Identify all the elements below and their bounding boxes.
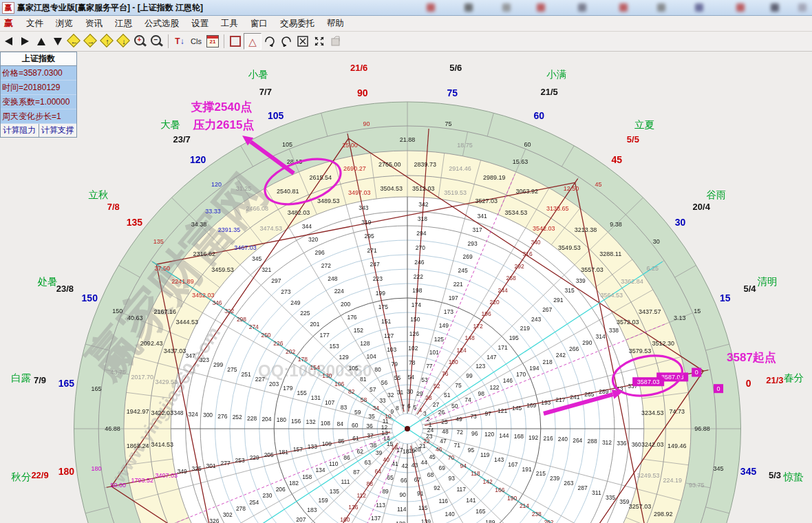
price-ring-inner-value: 3452.03: [192, 292, 215, 299]
spiral-number: 183: [307, 506, 317, 513]
spiral-number: 221: [453, 281, 463, 288]
diamond-left-icon[interactable]: ←: [66, 34, 83, 49]
rotate-cw-icon[interactable]: [261, 34, 278, 49]
spiral-number: 121: [498, 407, 507, 414]
spiral-number: 207: [296, 516, 306, 523]
menu-item-8[interactable]: 交易委托: [274, 17, 321, 31]
spiral-number: 97: [484, 410, 491, 417]
clear-tool-icon[interactable]: [328, 34, 344, 49]
outer-degree-label: 120: [190, 154, 206, 165]
spiral-number: 128: [360, 340, 370, 347]
square-tool-icon[interactable]: [227, 34, 244, 49]
spiral-number: 322: [224, 308, 234, 314]
degree-ring-value: 45: [595, 181, 602, 188]
spiral-number: 142: [483, 478, 493, 485]
degree-ring-value: 15: [694, 308, 701, 314]
nav-down-icon[interactable]: [50, 34, 66, 49]
spiral-number: 326: [209, 517, 219, 523]
triangle-tool-icon[interactable]: △: [244, 33, 261, 50]
cls-button[interactable]: Cls: [188, 34, 204, 49]
fraction-ring-value: 3.13: [674, 314, 686, 321]
diamond-down-icon[interactable]: ↓: [116, 34, 132, 49]
spiral-number: 246: [414, 259, 424, 266]
spiral-number: 320: [308, 236, 318, 243]
spiral-number: 65: [387, 474, 394, 481]
spiral-number: 127: [384, 332, 394, 339]
menu-item-3[interactable]: 江恩: [109, 17, 138, 31]
spiral-number: 92: [434, 484, 440, 491]
spiral-number: 173: [444, 308, 453, 315]
spiral-number: 226: [273, 340, 283, 347]
spiral-number: 143: [494, 456, 504, 463]
price-ring-outer-value: 2316.62: [193, 250, 215, 257]
spiral-number: 203: [269, 381, 279, 387]
spiral-number: 302: [223, 511, 233, 518]
app-icon: 赢: [2, 2, 14, 14]
calc-resistance-button[interactable]: 计算阻力: [1, 124, 39, 137]
spiral-number: 89: [382, 488, 389, 495]
menu-item-5[interactable]: 设置: [185, 17, 215, 31]
outer-degree-label: 45: [611, 154, 622, 165]
price-field[interactable]: 价格=3587.0300: [1, 66, 76, 81]
spiral-number: 315: [564, 287, 574, 294]
spiral-number: 254: [249, 499, 259, 506]
price-ring-inner-value: 3467.03: [234, 244, 257, 251]
spiral-number: 190: [507, 495, 517, 502]
gann-wheel: 赢家财富网www.yingjia360.comQQ:10080036012345…: [0, 52, 812, 523]
menu-item-7[interactable]: 窗口: [244, 17, 274, 31]
center-cross-icon[interactable]: [311, 34, 328, 49]
menu-item-2[interactable]: 资讯: [79, 17, 109, 31]
date-label: 7/9: [34, 375, 46, 385]
rotate-ccw-icon[interactable]: [278, 34, 295, 49]
nav-right-icon[interactable]: [17, 34, 33, 49]
spiral-number: 42: [401, 462, 408, 469]
spiral-number: 107: [325, 399, 334, 406]
spiral-number: 117: [457, 486, 467, 493]
spiral-number: 116: [439, 498, 449, 504]
diamond-up-icon[interactable]: ↑: [99, 34, 116, 49]
date-label: 23/7: [173, 134, 190, 145]
menu-item-4[interactable]: 公式选股: [138, 17, 185, 31]
spiral-number: 299: [213, 361, 223, 368]
fraction-ring-value: 37.50: [155, 265, 171, 272]
degree-ring-value: 120: [211, 181, 222, 188]
date-label: 21/6: [350, 63, 367, 73]
spiral-number: 81: [360, 376, 367, 383]
calc-support-button[interactable]: 计算支撑: [39, 124, 77, 137]
price-ring-outer-value: 3437.57: [639, 308, 661, 315]
spiral-number: 30: [407, 388, 414, 395]
spiral-number: 103: [387, 346, 396, 353]
diamond-right-icon[interactable]: →: [83, 34, 99, 49]
calendar-icon[interactable]: 21: [204, 34, 221, 49]
menu-item-1[interactable]: 浏览: [50, 17, 79, 31]
price-ring-outer-value: 2914.46: [449, 165, 471, 172]
spiral-number: 155: [297, 389, 307, 396]
menu-item-0[interactable]: 文件: [20, 17, 50, 31]
spiral-number: 144: [499, 432, 509, 439]
spiral-number: 151: [381, 318, 391, 325]
spiral-number: 6: [407, 403, 411, 409]
menu-item-6[interactable]: 工具: [215, 17, 244, 31]
coef-field[interactable]: 变换系数=1.00000: [1, 95, 76, 109]
zoom-in-icon[interactable]: +: [132, 34, 149, 49]
price-ring-outer-value: 2690.27: [343, 165, 366, 172]
nav-left-icon[interactable]: [0, 34, 17, 49]
vertical-scale-icon[interactable]: T↓: [171, 34, 188, 49]
step-field[interactable]: 周天变化步长=1: [1, 109, 76, 124]
time-field[interactable]: 时间=20180129: [1, 81, 76, 95]
spiral-number: 113: [376, 502, 385, 509]
nav-up-icon[interactable]: [33, 34, 50, 49]
zoom-out-icon[interactable]: −: [149, 34, 165, 49]
solar-term-label: 立秋: [88, 189, 108, 200]
degree-ring-value: 105: [282, 141, 292, 148]
spiral-number: 198: [412, 287, 422, 294]
spiral-number: 55: [394, 374, 401, 381]
menu-item-9[interactable]: 帮助: [321, 17, 350, 31]
spiral-number: 291: [553, 297, 563, 303]
boxed-x-icon[interactable]: [295, 34, 311, 49]
spiral-number: 293: [468, 240, 478, 247]
toolbar-separator: [168, 34, 169, 48]
spiral-number: 3: [423, 410, 427, 417]
date-label: 5/6: [449, 63, 462, 73]
price-ring-outer-value: 2839.73: [414, 161, 436, 168]
